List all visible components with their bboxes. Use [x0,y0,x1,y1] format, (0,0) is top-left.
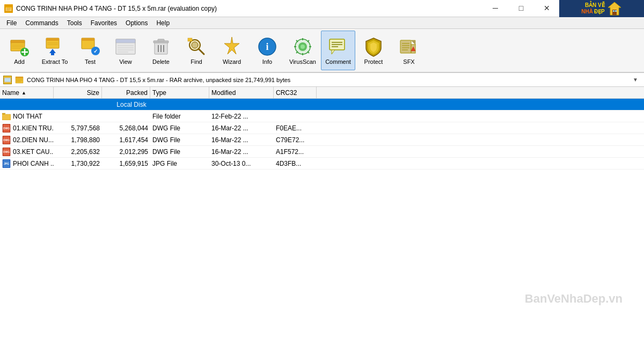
comment-button[interactable]: Comment [321,31,355,70]
svg-rect-29 [116,39,135,43]
find-button[interactable]: Find [179,31,214,70]
svg-rect-63 [400,40,411,53]
protect-label: Protect [364,58,383,65]
toolbar: Add Extract To ✓ Test [0,29,644,73]
file-modified-cell: 12-Feb-22 ... [209,113,274,120]
file-size-cell: 2,205,632 [54,148,102,156]
file-modified-cell: 30-Oct-13 0... [209,160,274,167]
menu-favorites[interactable]: Favorites [86,18,121,28]
sfx-button[interactable]: SFX [392,31,426,70]
view-icon [115,36,136,57]
column-headers: Name ▲ Size Packed Type Modified CRC32 [0,87,644,99]
minimize-button[interactable]: ─ [483,0,508,16]
file-packed-cell: 1,617,454 [102,136,150,144]
svg-text:i: i [266,41,268,52]
file-name-cell: NOI THAT [0,112,54,121]
svg-text:DWG: DWG [3,127,10,130]
svg-rect-11 [11,40,25,43]
title-bar-buttons: ─ □ ✕ [483,0,559,16]
svg-rect-23 [51,53,54,55]
info-button[interactable]: i Info [250,31,284,70]
svg-marker-62 [332,50,335,54]
file-name-cell: DWG 03.KET CAU... [0,148,54,156]
file-packed-cell: 5,268,044 [102,124,150,132]
title-text: CONG TRINH NHA PHO 4 TANG - DT 15,5 x 5m… [16,5,217,12]
table-row[interactable]: DWG 01.KIEN TRU... 5,797,568 5,268,044 D… [0,122,644,134]
title-bar: CONG TRINH NHA PHO 4 TANG - DT 15,5 x 5m… [0,0,644,17]
logo-ban: BẢN VẼ [585,2,605,9]
wizard-icon [221,36,243,57]
title-bar-left: CONG TRINH NHA PHO 4 TANG - DT 15,5 x 5m… [4,4,217,13]
file-crc-cell: 4D3FB... [274,160,317,167]
file-name-cell: DWG 01.KIEN TRU... [0,124,54,133]
col-header-name[interactable]: Name ▲ [0,87,54,98]
test-icon: ✓ [79,36,101,57]
svg-text:✓: ✓ [93,48,98,54]
col-header-size[interactable]: Size [54,87,102,98]
wizard-button[interactable]: Wizard [215,31,249,70]
delete-button[interactable]: Delete [144,31,178,70]
local-disk-label: Local Disk [0,101,263,108]
svg-point-49 [301,45,305,49]
file-modified-cell: 16-Mar-22 ... [209,136,274,144]
add-button[interactable]: Add [2,31,36,70]
test-button[interactable]: ✓ Test [73,31,107,70]
dwg-file-icon: DWG [2,124,11,133]
menu-bar: File Commands Tools Favorites Options He… [0,17,644,29]
info-label: Info [262,58,272,65]
file-crc-cell: F0EAE... [274,124,317,132]
file-name-cell: JPG PHOI CANH ... [0,159,54,168]
table-row[interactable]: JPG PHOI CANH ... 1,730,922 1,659,915 JP… [0,158,644,170]
menu-commands[interactable]: Commands [21,18,62,28]
file-modified-cell: 16-Mar-22 ... [209,148,274,156]
menu-file[interactable]: File [2,18,21,28]
menu-options[interactable]: Options [121,18,152,28]
table-row[interactable]: DWG 03.KET CAU... 2,205,632 2,012,295 DW… [0,146,644,158]
sfx-icon [398,36,420,57]
file-type-cell: JPG File [150,160,209,167]
dwg-file-icon: DWG [2,136,11,144]
dwg-file-icon: DWG [2,148,11,156]
find-icon [186,36,207,57]
virusscan-label: VirusScan [289,58,316,65]
view-button[interactable]: View [108,31,143,70]
svg-rect-8 [613,10,614,12]
table-row[interactable]: DWG 02.DIEN NU... 1,798,880 1,617,454 DW… [0,134,644,146]
svg-rect-36 [158,39,164,41]
file-name-cell: DWG 02.DIEN NU... [0,136,54,144]
menu-tools[interactable]: Tools [63,18,86,28]
virusscan-button[interactable]: VirusScan [286,31,320,70]
maximize-button[interactable]: □ [509,0,533,16]
col-header-packed[interactable]: Packed [102,87,150,98]
close-button[interactable]: ✕ [535,0,559,16]
file-size-cell: 1,798,880 [54,136,102,144]
svg-line-57 [296,52,298,53]
extract-to-button[interactable]: Extract To [38,31,72,70]
svg-line-55 [308,52,309,53]
file-size-cell: 5,797,568 [54,124,102,132]
col-header-modified[interactable]: Modified [209,87,274,98]
main-content: Name ▲ Size Packed Type Modified CRC32 L… [0,87,644,338]
file-packed-cell: 2,012,295 [102,148,150,156]
table-row[interactable]: NOI THAT File folder 12-Feb-22 ... [0,111,644,122]
view-label: View [119,58,132,65]
path-expand-button[interactable]: ▼ [630,75,641,85]
protect-button[interactable]: Protect [356,31,391,70]
virusscan-icon [292,36,313,57]
folder-icon [2,112,11,121]
watermark: BanVeNhaDep.vn [525,292,623,306]
path-drive-icon [3,76,12,84]
info-icon: i [257,36,278,57]
add-icon [9,36,30,57]
file-type-cell: DWG File [150,136,209,144]
test-label: Test [85,58,96,65]
local-disk-row[interactable]: Local Disk [0,99,644,111]
col-header-crc32[interactable]: CRC32 [274,87,317,98]
col-header-type[interactable]: Type [150,87,209,98]
path-bar: CONG TRINH NHA PHO 4 TANG - DT 15,5 x 5m… [0,73,644,87]
jpg-file-icon: JPG [2,159,11,168]
svg-point-41 [192,42,198,48]
file-type-cell: DWG File [150,124,209,132]
svg-text:DWG: DWG [3,150,10,153]
menu-help[interactable]: Help [152,18,174,28]
